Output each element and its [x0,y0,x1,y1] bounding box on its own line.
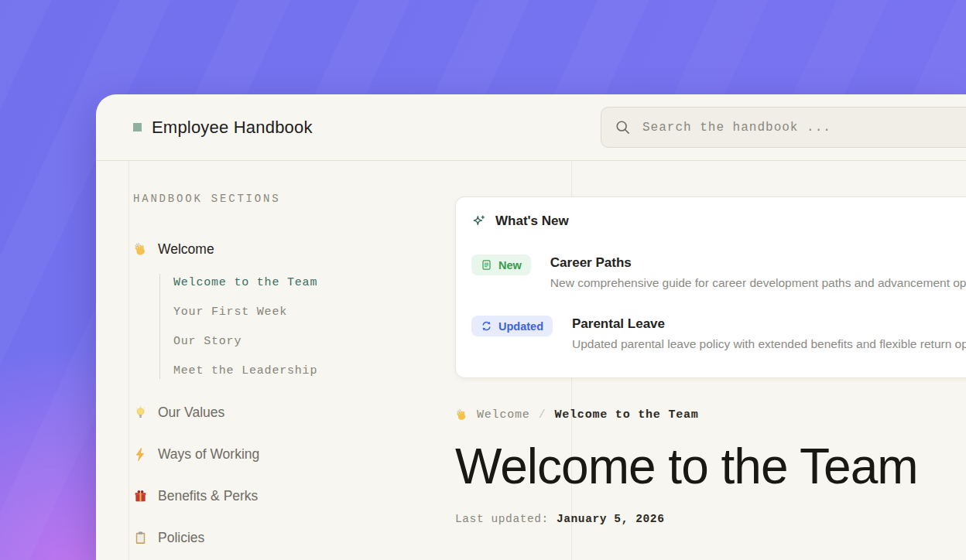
sidebar-item-label: Welcome [158,241,214,258]
whats-new-item-title: Career Paths [550,254,966,271]
sidebar-section-label: HANDBOOK SECTIONS [133,193,427,205]
handbook-app-window: Employee Handbook HANDBOOK SECTIONS [96,94,966,560]
breadcrumb-section-link[interactable]: Welcome [477,408,530,422]
whats-new-title: What's New [495,213,569,229]
whats-new-item-parental-leave[interactable]: Updated Parental Leave Updated parental … [471,316,966,351]
breadcrumb-current-page: Welcome to the Team [554,408,698,422]
wave-icon [133,242,148,257]
breadcrumb-separator: / [539,408,546,422]
grid-line-left [128,161,129,560]
sidebar-sublist-welcome: Welcome to the Team Your First Week Our … [159,274,427,379]
app-title: Employee Handbook [152,118,313,138]
refresh-icon [481,320,492,332]
app-brand: Employee Handbook [133,94,313,160]
clipboard-icon [133,531,148,545]
sidebar-subitem-your-first-week[interactable]: Your First Week [173,303,427,320]
main-content: What's New New [455,161,966,525]
last-updated-value: January 5, 2026 [557,513,665,525]
whats-new-item-text: Career Paths New comprehensive guide for… [550,254,966,290]
last-updated: Last updated: January 5, 2026 [455,513,966,525]
sidebar-item-label: Policies [158,530,204,546]
sidebar-item-label: Benefits & Perks [158,488,258,504]
lightbulb-icon [133,405,148,420]
last-updated-label: Last updated: [455,513,549,525]
sidebar-item-welcome[interactable]: Welcome [133,241,427,258]
sidebar-item-label: Our Values [158,405,224,421]
sidebar-item-policies[interactable]: Policies [133,529,427,546]
whats-new-item-title: Parental Leave [572,316,966,332]
badge-label: Updated [498,320,543,333]
sidebar-item-ways-of-working[interactable]: Ways of Working [133,446,427,463]
gift-icon [133,489,148,504]
lightning-icon [133,447,148,462]
sidebar-item-benefits-perks[interactable]: Benefits & Perks [133,487,427,504]
whats-new-item-description: Updated parental leave policy with exten… [572,337,966,351]
search-input[interactable] [641,120,966,135]
breadcrumb: Welcome / Welcome to the Team [455,408,966,422]
page-title: Welcome to the Team [455,442,966,491]
sidebar-item-label: Ways of Working [158,446,259,463]
search-icon [615,120,630,135]
wave-icon [455,408,468,422]
search-box[interactable] [601,107,966,148]
sidebar-subitem-our-story[interactable]: Our Story [173,333,427,350]
new-badge: New [471,254,531,275]
desktop-background: Employee Handbook HANDBOOK SECTIONS [0,0,966,560]
sidebar: HANDBOOK SECTIONS [133,161,427,546]
app-body: HANDBOOK SECTIONS [96,161,966,560]
sidebar-subitem-welcome-to-the-team[interactable]: Welcome to the Team [173,274,427,291]
whats-new-header: What's New [471,213,966,229]
sidebar-item-our-values[interactable]: Our Values [133,404,427,421]
sparkles-icon [471,214,486,229]
whats-new-item-description: New comprehensive guide for career devel… [550,276,966,290]
logo-square-icon [133,123,142,131]
app-header: Employee Handbook [96,94,966,161]
updated-badge: Updated [471,316,553,336]
badge-label: New [498,259,522,271]
whats-new-card: What's New New [455,196,966,378]
sidebar-subitem-meet-the-leadership[interactable]: Meet the Leadership [173,362,427,379]
document-icon [481,259,492,271]
whats-new-item-text: Parental Leave Updated parental leave po… [572,316,966,351]
whats-new-item-career-paths[interactable]: New Career Paths New comprehensive guide… [471,254,966,290]
